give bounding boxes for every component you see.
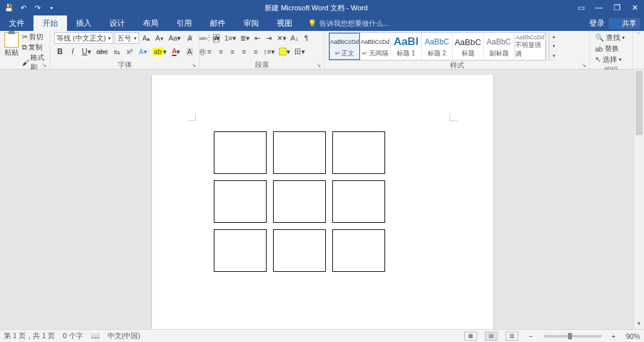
increase-indent-button[interactable]: ⇥ [263, 32, 275, 44]
minimize-icon[interactable]: — [590, 0, 608, 15]
rectangle-shape[interactable] [214, 180, 267, 223]
strikethrough-button[interactable]: abc [95, 46, 110, 57]
align-center-button[interactable]: ≡ [215, 46, 227, 57]
shading-button[interactable]: ▾ [277, 46, 292, 57]
scroll-thumb[interactable] [636, 71, 643, 135]
save-icon[interactable]: 💾 [3, 1, 15, 14]
align-left-button[interactable]: ≡ [204, 46, 215, 57]
rectangle-shape[interactable] [332, 180, 385, 223]
spellcheck-icon[interactable]: 📖 [91, 332, 100, 340]
style-gallery-expand-icon[interactable]: ▾ [549, 51, 558, 61]
select-button[interactable]: ↖选择▾ [594, 54, 626, 65]
font-launcher-icon[interactable]: ↘ [191, 62, 198, 68]
group-styles-label: 样式 [328, 61, 585, 70]
text-effects-button[interactable]: A▾ [137, 46, 149, 57]
collapse-ribbon-icon[interactable]: ˇ [638, 32, 639, 39]
tab-references[interactable]: 引用 [167, 15, 201, 31]
zoom-level[interactable]: 90% [626, 332, 640, 340]
clear-formatting-button[interactable]: A̷ [184, 32, 196, 44]
tab-design[interactable]: 设计 [100, 15, 134, 31]
line-spacing-button[interactable]: ↕≡▾ [261, 46, 277, 57]
font-size-combo[interactable]: 五号▾ [115, 32, 139, 44]
brush-icon: 🖌 [22, 59, 29, 66]
font-color-button[interactable]: A▾ [170, 46, 182, 57]
show-marks-button[interactable]: ¶ [301, 32, 312, 44]
style-item[interactable]: AaBbCcDd↵ 正文 [329, 33, 360, 60]
decrease-indent-button[interactable]: ⇤ [252, 32, 263, 44]
rectangle-shape[interactable] [332, 229, 385, 272]
highlight-button[interactable]: ab▾ [151, 46, 169, 57]
align-right-button[interactable]: ≡ [227, 46, 238, 57]
page[interactable] [152, 75, 493, 329]
style-item[interactable]: AaBl标题 1 [391, 33, 422, 60]
rectangle-shape[interactable] [273, 229, 326, 272]
scroll-down-icon[interactable]: ▾ [634, 320, 644, 329]
align-justify-button[interactable]: ≡ [238, 46, 250, 57]
web-layout-button[interactable]: ▥ [506, 332, 518, 341]
zoom-in-button[interactable]: + [609, 332, 618, 340]
qat-customize-icon[interactable]: ▾ [45, 1, 58, 14]
replace-button[interactable]: ab替换 [594, 43, 626, 54]
zoom-slider[interactable] [544, 335, 601, 337]
paste-button[interactable]: 粘贴 [4, 32, 19, 57]
read-mode-button[interactable]: ▦ [464, 332, 477, 341]
tab-layout[interactable]: 布局 [134, 15, 167, 31]
tab-view[interactable]: 视图 [268, 15, 301, 31]
tab-review[interactable]: 审阅 [234, 15, 268, 31]
find-button[interactable]: 🔍查找▾ [594, 32, 626, 43]
shrink-font-button[interactable]: A▾ [153, 32, 165, 44]
rectangle-shape[interactable] [273, 180, 326, 223]
rectangle-shape[interactable] [214, 229, 267, 272]
style-item[interactable]: AaBbC标题 [453, 33, 484, 60]
word-count[interactable]: 0 个字 [62, 331, 82, 341]
cut-button[interactable]: ✂剪切 [22, 32, 46, 42]
rectangle-shape[interactable] [214, 131, 267, 174]
character-shading-button[interactable]: A [184, 46, 195, 57]
language-status[interactable]: 中文(中国) [108, 331, 140, 341]
redo-icon[interactable]: ↷ [31, 1, 44, 14]
share-button[interactable]: 👤 共享 [609, 18, 640, 29]
rectangle-shape[interactable] [332, 131, 385, 174]
multilevel-list-button[interactable]: ≣▾ [238, 32, 252, 44]
ribbon-options-icon[interactable]: ▭ [572, 0, 590, 15]
italic-button[interactable]: I [67, 46, 79, 57]
style-scroll-up-icon[interactable]: ▴ [549, 32, 558, 42]
sort-button[interactable]: A↓ [289, 32, 301, 44]
bold-button[interactable]: B [54, 46, 66, 57]
tab-insert[interactable]: 插入 [67, 15, 100, 31]
restore-icon[interactable]: ❐ [608, 0, 626, 15]
zoom-out-button[interactable]: − [526, 332, 535, 340]
subscript-button[interactable]: x₂ [111, 46, 122, 57]
copy-button[interactable]: ⧉复制 [22, 43, 46, 52]
style-item[interactable]: AaBbC副标题 [484, 33, 515, 60]
align-distributed-button[interactable]: ≡ [250, 46, 261, 57]
zoom-slider-thumb[interactable] [568, 333, 572, 339]
vertical-scrollbar[interactable]: ▴ ▾ [634, 70, 644, 329]
style-scroll-down-icon[interactable]: ▾ [549, 42, 558, 52]
bullets-button[interactable]: ⋮≡▾ [204, 32, 222, 44]
font-name-combo[interactable]: 等线 (中文正文)▾ [54, 32, 113, 44]
close-icon[interactable]: ✕ [626, 0, 644, 15]
change-case-button[interactable]: Aa▾ [167, 32, 183, 44]
style-item[interactable]: AaBbCcDd↵ 无间隔 [360, 33, 391, 60]
tab-home[interactable]: 开始 [33, 15, 67, 31]
tell-me-search[interactable]: 💡 告诉我您想要做什么... [301, 15, 395, 31]
numbering-button[interactable]: 1≡▾ [222, 32, 238, 44]
paragraph-launcher-icon[interactable]: ↘ [316, 62, 323, 68]
clipboard-launcher-icon[interactable]: ↘ [42, 62, 48, 68]
asian-layout-button[interactable]: ✕▾ [275, 32, 289, 44]
page-count[interactable]: 第 1 页，共 1 页 [4, 331, 55, 341]
superscript-button[interactable]: x² [124, 46, 135, 57]
style-item[interactable]: AaBbC标题 2 [422, 33, 453, 60]
grow-font-button[interactable]: A▴ [140, 32, 152, 44]
underline-button[interactable]: U▾ [80, 46, 93, 57]
rectangle-shape[interactable] [273, 131, 326, 174]
signin-link[interactable]: 登录 [589, 18, 605, 29]
borders-button[interactable]: 田▾ [292, 46, 307, 57]
tab-file[interactable]: 文件 [0, 15, 33, 31]
tab-mailings[interactable]: 邮件 [201, 15, 234, 31]
style-item[interactable]: AaBbCcDd不明显强调 [515, 33, 545, 60]
print-layout-button[interactable]: ▤ [485, 332, 498, 341]
styles-launcher-icon[interactable]: ↘ [582, 62, 588, 68]
undo-icon[interactable]: ↶ [17, 1, 30, 14]
